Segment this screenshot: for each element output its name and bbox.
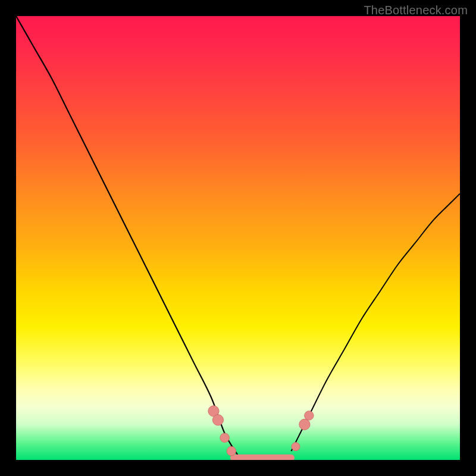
data-marker — [212, 415, 223, 425]
chart-plot-area — [16, 16, 460, 460]
data-marker — [292, 443, 300, 451]
data-marker — [220, 433, 229, 442]
data-marker — [305, 411, 314, 420]
data-marker — [227, 446, 236, 455]
watermark-text: TheBottleneck.com — [364, 4, 468, 17]
left-curve — [16, 16, 238, 456]
chart-svg — [16, 16, 460, 460]
right-curve — [292, 193, 460, 451]
data-marker — [299, 419, 310, 430]
